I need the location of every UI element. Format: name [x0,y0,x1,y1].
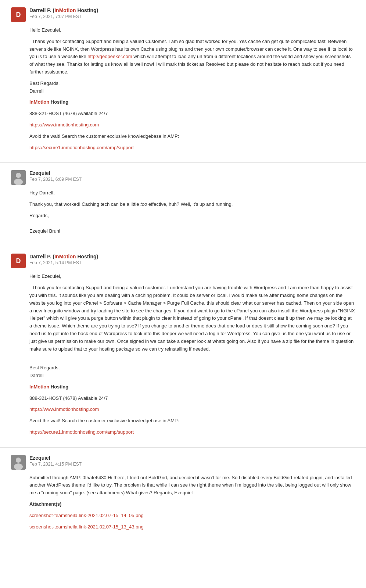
closing: Best Regards,Darrell [29,80,355,95]
message-header: D Darrell P. (InMotion Hosting) Feb 7, 2… [11,254,355,268]
attachment-section: Attachment(s) screenshot-teamsheila.link… [29,501,355,531]
greeting: Hello Ezequiel, [29,273,355,280]
message-block: Ezequiel Feb 7, 2021, 4:15 PM EST Submit… [0,448,366,542]
avatar: D [11,254,26,268]
body-paragraph: Thank you for contacting Support and bei… [29,284,355,353]
timestamp: Feb 7, 2021, 5:14 PM EST [29,260,98,265]
website-link[interactable]: https://www.inmotionhosting.com [29,122,99,128]
body-paragraph: Thank you, that worked! Caching tech can… [29,201,355,208]
attachment-label: Attachment(s) [29,501,355,508]
author-name: Darrell P. (InMotion Hosting) [29,7,98,13]
message-block: D Darrell P. (InMotion Hosting) Feb 7, 2… [0,246,366,447]
amp-link[interactable]: https://secure1.inmotionhosting.com/amp/… [29,145,134,150]
message-body: Submitted through AMP: 0f5afe6430 Hi the… [29,474,355,531]
attachment-link[interactable]: screenshot-teamsheila.link-2021.02.07-15… [29,513,144,518]
message-block: Ezequiel Feb 7, 2021, 6:09 PM EST Hey Da… [0,163,366,246]
attachment-link[interactable]: screenshot-teamsheila.link-2021.02.07-15… [29,524,144,530]
message-body: Hey Darrell, Thank you, that worked! Cac… [29,189,355,235]
message-header: Ezequiel Feb 7, 2021, 6:09 PM EST [11,170,355,185]
closing: Best Regards,Darrell [29,364,355,380]
message-header: D Darrell P. (InMotion Hosting) Feb 7, 2… [11,7,355,22]
timestamp: Feb 7, 2021, 7:07 PM EST [29,14,98,19]
svg-point-4 [16,458,21,463]
meta-info: Darrell P. (InMotion Hosting) Feb 7, 202… [29,254,98,265]
meta-info: Ezequiel Feb 7, 2021, 6:09 PM EST [29,170,82,182]
meta-info: Darrell P. (InMotion Hosting) Feb 7, 202… [29,7,98,19]
geopeeker-link[interactable]: http://geopeeker.com [87,54,132,59]
timestamp: Feb 7, 2021, 4:15 PM EST [29,462,82,467]
message-body: Hello Ezequiel, Thank you for contacting… [29,26,355,151]
signature: InMotion Hosting 888-321-HOST (4678) Ava… [29,98,355,151]
body-paragraph: Submitted through AMP: 0f5afe6430 Hi the… [29,474,355,497]
amp-link[interactable]: https://secure1.inmotionhosting.com/amp/… [29,429,134,435]
website-link[interactable]: https://www.inmotionhosting.com [29,406,99,412]
signature: InMotion Hosting 888-321-HOST (4678) Ava… [29,383,355,436]
timestamp: Feb 7, 2021, 6:09 PM EST [29,177,82,182]
greeting: Hello Ezequiel, [29,26,355,34]
closing: Regards,Ezequiel Bruni [29,212,355,235]
author-name: Ezequiel [29,170,82,176]
avatar [11,170,26,185]
message-body: Hello Ezequiel, Thank you for contacting… [29,273,355,436]
greeting: Hey Darrell, [29,189,355,197]
message-header: Ezequiel Feb 7, 2021, 4:15 PM EST [11,455,355,470]
svg-point-1 [16,173,21,178]
avatar: D [11,7,26,22]
message-block: D Darrell P. (InMotion Hosting) Feb 7, 2… [0,0,366,163]
author-name: Darrell P. (InMotion Hosting) [29,254,98,259]
body-paragraph: Thank you for contacting Support and bei… [29,38,355,76]
author-name: Ezequiel [29,455,82,461]
meta-info: Ezequiel Feb 7, 2021, 4:15 PM EST [29,455,82,467]
avatar [11,455,26,470]
person-icon [11,455,26,470]
person-icon [11,170,26,185]
thread-container: D Darrell P. (InMotion Hosting) Feb 7, 2… [0,0,366,542]
